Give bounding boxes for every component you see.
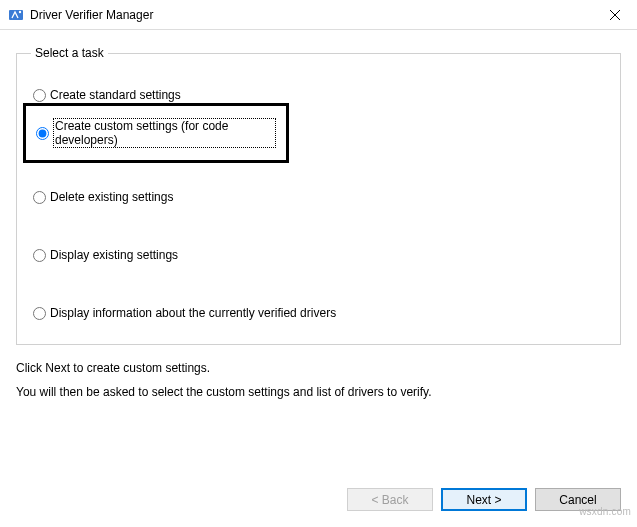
radio-label: Delete existing settings (50, 190, 173, 204)
radio-input[interactable] (33, 307, 46, 320)
hint-area: Click Next to create custom settings. Yo… (16, 355, 621, 409)
client-area: Select a task Create standard settings C… (0, 30, 637, 527)
hint-line-1: Click Next to create custom settings. (16, 361, 621, 375)
close-button[interactable] (593, 0, 637, 30)
radio-option-custom[interactable]: Create custom settings (for code develop… (36, 118, 276, 148)
back-button: < Back (347, 488, 433, 511)
svg-point-1 (19, 10, 21, 12)
radio-option-display-current[interactable]: Display information about the currently … (33, 306, 336, 320)
radio-label: Create standard settings (50, 88, 181, 102)
radio-option-standard[interactable]: Create standard settings (33, 88, 181, 102)
radio-row-delete: Delete existing settings (33, 188, 606, 206)
radio-input[interactable] (36, 127, 49, 140)
task-groupbox: Select a task Create standard settings C… (16, 46, 621, 345)
radio-label: Display information about the currently … (50, 306, 336, 320)
wizard-button-row: < Back Next > Cancel (16, 476, 621, 511)
radio-label: Display existing settings (50, 248, 178, 262)
next-button[interactable]: Next > (441, 488, 527, 511)
radio-row-standard: Create standard settings (33, 86, 606, 104)
radio-input[interactable] (33, 249, 46, 262)
radio-option-display-existing[interactable]: Display existing settings (33, 248, 178, 262)
radio-input[interactable] (33, 89, 46, 102)
radio-label: Create custom settings (for code develop… (53, 118, 276, 148)
cancel-button[interactable]: Cancel (535, 488, 621, 511)
radio-row-custom: Create custom settings (for code develop… (33, 144, 606, 162)
hint-line-2: You will then be asked to select the cus… (16, 385, 621, 399)
radio-option-delete[interactable]: Delete existing settings (33, 190, 173, 204)
titlebar: Driver Verifier Manager (0, 0, 637, 30)
radio-row-display-current: Display information about the currently … (33, 304, 606, 322)
window-title: Driver Verifier Manager (30, 8, 593, 22)
groupbox-legend: Select a task (31, 46, 108, 60)
highlight-box: Create custom settings (for code develop… (23, 103, 289, 163)
app-icon (8, 7, 24, 23)
radio-row-display-existing: Display existing settings (33, 246, 606, 264)
close-icon (610, 10, 620, 20)
radio-input[interactable] (33, 191, 46, 204)
